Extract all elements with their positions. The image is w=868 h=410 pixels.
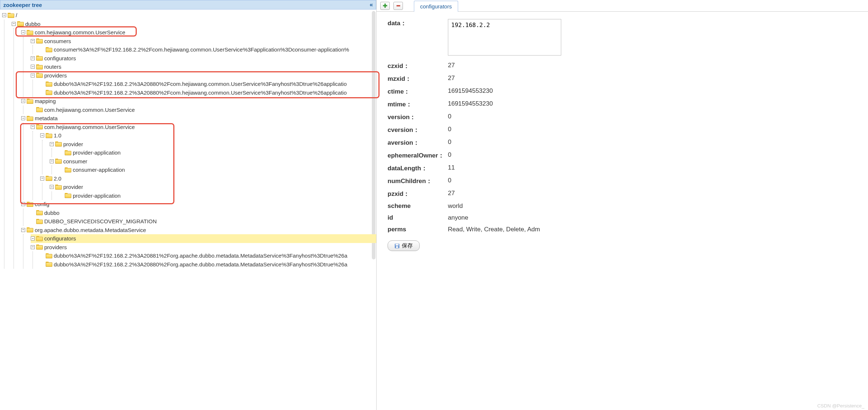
tree-node[interactable]: consumer%3A%2F%2F192.168.2.2%2Fcom.hejia… <box>40 45 376 54</box>
folder-icon <box>17 21 24 26</box>
folder-icon <box>46 90 52 95</box>
toggle-icon[interactable] <box>31 245 35 249</box>
tree-node[interactable]: com.hejiawang.common.UserService <box>21 28 376 37</box>
toolbar: ✚ ━ configurators <box>377 0 868 12</box>
detail-value: 0 <box>448 126 857 133</box>
toggle-icon[interactable] <box>40 133 44 137</box>
detail-row: mtime：1691594553230 <box>388 100 857 109</box>
tree-node[interactable]: config <box>21 200 376 209</box>
detail-row: ctime：1691594553230 <box>388 87 857 96</box>
folder-icon <box>55 159 62 164</box>
tree-node[interactable]: providers <box>31 243 376 252</box>
detail-value: 27 <box>448 62 857 69</box>
detail-value: 0 <box>448 151 857 159</box>
detail-label: ctime： <box>388 87 448 96</box>
tree-node[interactable]: com.hejiawang.common.UserService <box>31 106 376 114</box>
detail-value: 0 <box>448 177 857 184</box>
node-label: consumers <box>44 37 71 46</box>
tree-node[interactable]: 2.0 <box>40 174 376 183</box>
toggle-icon[interactable] <box>31 56 35 60</box>
toggle-icon[interactable] <box>21 99 25 103</box>
toggle-icon[interactable] <box>12 22 16 26</box>
toggle-icon[interactable] <box>40 176 44 181</box>
toggle-icon <box>59 151 63 155</box>
toggle-icon[interactable] <box>2 13 6 17</box>
collapse-icon[interactable]: « <box>370 1 373 8</box>
tree-node[interactable]: consumer-application <box>59 166 376 174</box>
tree-node[interactable]: org.apache.dubbo.metadata.MetadataServic… <box>21 226 376 235</box>
toggle-icon[interactable] <box>50 159 54 163</box>
toggle-icon[interactable] <box>31 39 35 43</box>
toggle-icon <box>59 168 63 172</box>
details-panel: ✚ ━ configurators data：czxid：27mzxid：27c… <box>377 0 868 410</box>
tree-node[interactable]: provider-application <box>59 191 376 200</box>
node-label: routers <box>44 62 61 71</box>
panel-title: zookeeper tree <box>3 2 42 8</box>
tree-node[interactable]: provider <box>50 183 376 191</box>
tree-node[interactable]: dubbo <box>12 20 376 29</box>
zookeeper-tree[interactable]: /dubbocom.hejiawang.common.UserServiceco… <box>0 10 376 270</box>
detail-label: czxid： <box>388 62 448 70</box>
tree-node[interactable]: routers <box>31 62 376 71</box>
tree-node[interactable]: providers <box>31 71 376 80</box>
detail-value: world <box>448 202 857 210</box>
toggle-icon <box>40 262 44 266</box>
detail-row: numChildren：0 <box>388 177 857 185</box>
tree-node[interactable]: configurators <box>31 234 376 243</box>
toggle-icon[interactable] <box>50 185 54 189</box>
detail-row: data： <box>388 19 857 57</box>
folder-icon <box>27 30 33 35</box>
add-button[interactable]: ✚ <box>380 2 390 10</box>
toggle-icon[interactable] <box>31 65 35 69</box>
node-label: dubbo <box>25 20 41 29</box>
detail-row: schemeworld <box>388 202 857 210</box>
tree-node[interactable]: com.hejiawang.common.UserService <box>31 123 376 132</box>
tree-node[interactable]: dubbo <box>31 209 376 217</box>
tree-node[interactable]: configurators <box>31 54 376 63</box>
folder-icon <box>27 116 33 121</box>
folder-icon <box>36 124 43 129</box>
toggle-icon[interactable] <box>31 236 35 240</box>
tree-node[interactable]: dubbo%3A%2F%2F192.168.2.2%3A20881%2Forg.… <box>40 251 376 260</box>
save-icon <box>395 243 400 248</box>
save-button[interactable]: 保存 <box>388 240 420 251</box>
data-textarea[interactable] <box>448 19 561 56</box>
tree-node[interactable]: / <box>2 11 376 20</box>
toggle-icon[interactable] <box>21 228 25 232</box>
tab-configurators[interactable]: configurators <box>414 1 458 12</box>
detail-row: version：0 <box>388 113 857 121</box>
node-label: dubbo%3A%2F%2F192.168.2.2%3A20881%2Forg.… <box>54 251 347 260</box>
tree-node[interactable]: provider-application <box>59 148 376 157</box>
detail-label: ephemeralOwner： <box>388 151 448 160</box>
tree-node[interactable]: mapping <box>21 97 376 106</box>
toggle-icon[interactable] <box>21 116 25 120</box>
toggle-icon[interactable] <box>21 30 25 34</box>
tree-node[interactable]: dubbo%3A%2F%2F192.168.2.2%3A20880%2Fcom.… <box>40 88 376 97</box>
detail-label: mtime： <box>388 100 448 109</box>
node-label: dubbo%3A%2F%2F192.168.2.2%3A20880%2Fcom.… <box>54 80 347 88</box>
toggle-icon[interactable] <box>21 202 25 206</box>
toggle-icon[interactable] <box>50 142 54 146</box>
node-label: dubbo%3A%2F%2F192.168.2.2%3A20880%2Fcom.… <box>54 88 347 97</box>
tree-node[interactable]: consumer <box>50 157 376 166</box>
detail-label: cversion： <box>388 126 448 134</box>
tree-node[interactable]: dubbo%3A%2F%2F192.168.2.2%3A20880%2Fcom.… <box>40 80 376 88</box>
tree-node[interactable]: dubbo%3A%2F%2F192.168.2.2%3A20880%2Forg.… <box>40 260 376 269</box>
node-label: configurators <box>44 54 76 63</box>
node-label: 2.0 <box>54 174 61 183</box>
detail-label: scheme <box>388 202 448 210</box>
tree-node[interactable]: consumers <box>31 37 376 46</box>
toggle-icon[interactable] <box>31 125 35 129</box>
detail-row: idanyone <box>388 214 857 221</box>
detail-row: cversion：0 <box>388 126 857 134</box>
node-label: configurators <box>44 234 76 243</box>
toggle-icon[interactable] <box>31 73 35 77</box>
tree-node[interactable]: 1.0 <box>40 131 376 140</box>
node-label: provider-application <box>73 191 121 200</box>
tree-node[interactable]: metadata <box>21 114 376 123</box>
detail-value: 27 <box>448 75 857 82</box>
delete-button[interactable]: ━ <box>393 2 403 10</box>
tree-node[interactable]: DUBBO_SERVICEDISCOVERY_MIGRATION <box>31 217 376 226</box>
detail-label: aversion： <box>388 138 448 147</box>
tree-node[interactable]: provider <box>50 140 376 149</box>
